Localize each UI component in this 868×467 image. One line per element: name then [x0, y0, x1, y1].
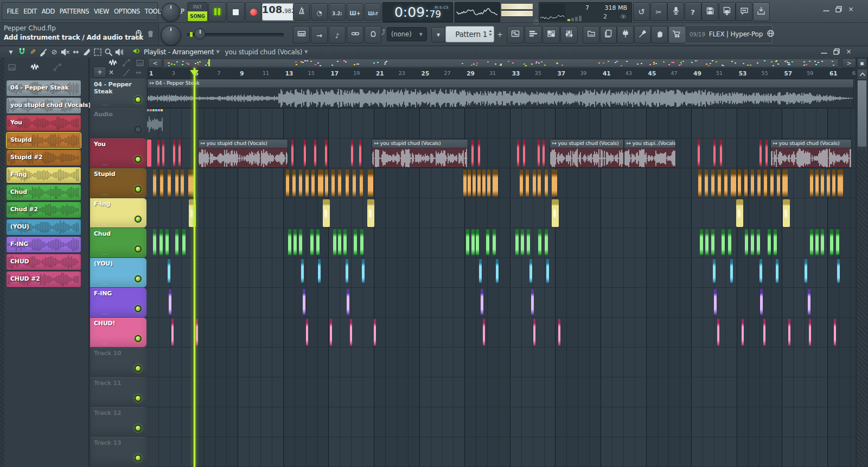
clip-hit[interactable]: [698, 140, 700, 167]
oscilloscope[interactable]: [455, 2, 500, 22]
tempo-display[interactable]: 108 . 982: [262, 3, 295, 21]
clip-hit[interactable]: [354, 229, 357, 255]
save-button[interactable]: [701, 2, 718, 21]
clip-hit[interactable]: [473, 169, 476, 197]
monitor-knob[interactable]: [161, 25, 181, 46]
picker-item-2[interactable]: You: [7, 115, 81, 131]
clip-hit[interactable]: [830, 229, 833, 255]
track-options[interactable]: ...: [102, 340, 108, 345]
slider-top[interactable]: [501, 4, 533, 9]
clip-hit[interactable]: [477, 169, 481, 197]
clip-hit[interactable]: [374, 319, 376, 346]
clip-hit[interactable]: [304, 140, 306, 167]
clip-hit[interactable]: [481, 289, 483, 315]
track-mute-led[interactable]: [135, 365, 142, 372]
clip-hit[interactable]: [346, 169, 349, 197]
clip-hit[interactable]: [325, 169, 328, 197]
track-header-4[interactable]: Stupid ...: [90, 168, 146, 198]
clip-vocals-4[interactable]: ↦ you stupi..(Vocals): [624, 139, 676, 168]
clip-hit[interactable]: [333, 229, 336, 255]
menu-item-edit[interactable]: EDIT: [21, 8, 40, 15]
swing-button[interactable]: ♪: [329, 26, 346, 43]
menu-item-view[interactable]: VIEW: [92, 8, 112, 15]
clip-hit[interactable]: [493, 169, 498, 197]
news-banner[interactable]: 09/19 FLEX | Hyper-Pop: [685, 25, 773, 43]
clip-hit[interactable]: [292, 169, 296, 197]
clip-hit[interactable]: [476, 229, 479, 255]
clip-hit[interactable]: [496, 259, 499, 283]
clip-vocals-1[interactable]: ↦ you stupid chud (Vocals): [198, 139, 288, 168]
clip-hit[interactable]: [760, 259, 762, 283]
clip-hit[interactable]: [311, 169, 315, 197]
track-header-10[interactable]: Track 10 ...: [90, 348, 146, 377]
track-options[interactable]: ...: [102, 430, 108, 435]
clip-hit[interactable]: [700, 229, 703, 255]
clip-hit[interactable]: [815, 229, 819, 255]
add-track-button[interactable]: +: [93, 67, 106, 78]
zoom-tool[interactable]: [103, 47, 114, 57]
clip-hit[interactable]: [338, 169, 341, 197]
track-options[interactable]: ...: [102, 191, 108, 196]
scroll-up-button[interactable]: [857, 69, 867, 80]
clip-hit[interactable]: [751, 229, 754, 255]
clip-fing[interactable]: [323, 199, 330, 227]
clip-hit[interactable]: [809, 319, 811, 346]
playlist-restore-button[interactable]: [832, 47, 841, 55]
clip-hit[interactable]: [316, 229, 320, 255]
clip-hit[interactable]: [821, 169, 824, 197]
delete-tool[interactable]: ⊘: [49, 47, 60, 57]
clip-hit[interactable]: [738, 169, 741, 197]
clip-hit[interactable]: [832, 169, 835, 197]
clip-hit[interactable]: [305, 169, 309, 197]
export-button[interactable]: [753, 2, 770, 21]
clip-hit[interactable]: [482, 169, 486, 197]
clip-hit[interactable]: [303, 289, 305, 315]
collapse-tool[interactable]: ▼: [5, 47, 16, 57]
clip-hit[interactable]: [463, 169, 467, 197]
menu-item-options[interactable]: OPTIONS: [111, 8, 142, 15]
clip-hit[interactable]: [760, 140, 762, 167]
link-button[interactable]: [347, 26, 363, 43]
picker-item-9[interactable]: F-ING: [7, 237, 81, 253]
clip-hit[interactable]: [764, 169, 767, 197]
track-mute-led[interactable]: [135, 335, 142, 342]
track-mute-led[interactable]: [135, 395, 142, 402]
add-pattern-button[interactable]: +: [496, 26, 504, 42]
clip-hit[interactable]: [751, 169, 754, 197]
pitch-slider-knob[interactable]: [194, 28, 206, 40]
clip-hit[interactable]: [542, 140, 545, 167]
clip-hit[interactable]: [770, 169, 774, 197]
corner-slip-tool[interactable]: ↔: [136, 68, 142, 77]
clip-hit[interactable]: [757, 229, 760, 255]
slider-bottom[interactable]: [501, 11, 533, 16]
track-header-2[interactable]: Audio ...: [90, 109, 146, 138]
clip-hit[interactable]: [546, 259, 549, 283]
app-close-button[interactable]: ×: [846, 5, 856, 13]
clip-hit[interactable]: [538, 140, 540, 167]
clip-hit[interactable]: [299, 229, 302, 255]
clip-hit[interactable]: [558, 319, 560, 346]
clip-hit[interactable]: [291, 140, 293, 167]
pat-mode-label[interactable]: PAT: [188, 3, 207, 11]
track-header-13[interactable]: Track 13 ...: [90, 437, 146, 466]
touch-button[interactable]: [651, 26, 668, 43]
track-options[interactable]: ...: [102, 400, 108, 405]
playlist-vscroll[interactable]: [856, 68, 867, 467]
clip-hit[interactable]: [526, 169, 529, 197]
clip-hit[interactable]: [486, 229, 489, 255]
playlist-window-button[interactable]: [507, 26, 524, 43]
playhead-marker[interactable]: [190, 70, 199, 76]
clip-hit[interactable]: [318, 259, 321, 283]
clip-hit[interactable]: [479, 259, 482, 283]
chat-button[interactable]: [736, 2, 752, 21]
clip-hit[interactable]: [724, 169, 727, 197]
menu-item-patterns[interactable]: PATTERNS: [57, 8, 91, 15]
clip-hit[interactable]: [713, 259, 716, 283]
song-mode-label[interactable]: SONG: [188, 11, 207, 21]
clip-hit[interactable]: [718, 169, 721, 197]
track-mute-led[interactable]: [135, 126, 142, 133]
save-new-version-button[interactable]: [719, 2, 736, 21]
channel-rack-window-button[interactable]: [542, 26, 560, 43]
cut-button[interactable]: ✂: [650, 2, 667, 21]
timeline-ruler[interactable]: 1357911131517192123252729313335373941434…: [147, 68, 855, 79]
